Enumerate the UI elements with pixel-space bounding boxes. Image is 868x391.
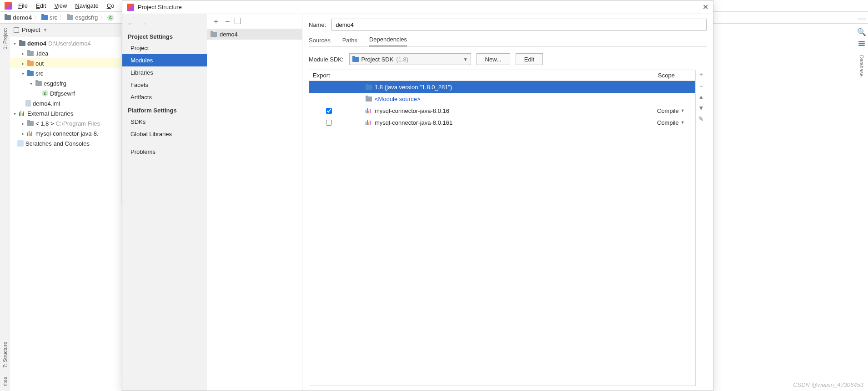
scope-select[interactable]: Compile▼ xyxy=(654,107,695,114)
chevron-right-icon: ▸ xyxy=(20,131,25,136)
database-tool-tab[interactable]: Database xyxy=(859,55,864,76)
export-checkbox[interactable] xyxy=(326,108,332,114)
project-structure-dialog: Project Structure ✕ ← → Project Settings… xyxy=(122,0,713,391)
module-name-input[interactable] xyxy=(331,19,707,30)
module-folder-icon xyxy=(211,32,217,37)
nav-libraries[interactable]: Libraries xyxy=(122,66,207,79)
new-sdk-button[interactable]: New... xyxy=(477,53,510,65)
chevron-down-icon: ▾ xyxy=(28,81,34,86)
name-label: Name: xyxy=(309,21,326,28)
minimize-icon[interactable]: — xyxy=(858,14,866,23)
chevron-right-icon: ▸ xyxy=(20,121,25,126)
folder-icon xyxy=(5,15,11,20)
chevron-right-icon: 〉 xyxy=(59,14,65,22)
tree-scratches[interactable]: Scratches and Consoles xyxy=(10,138,121,148)
project-tool-header[interactable]: Project ▼ xyxy=(10,24,121,36)
menu-view[interactable]: View xyxy=(52,1,69,10)
structure-tool-tab[interactable]: 7: Structure xyxy=(1,337,9,372)
database-icon[interactable] xyxy=(858,41,865,46)
tab-sources[interactable]: Sources xyxy=(309,37,331,46)
dialog-title-bar: Project Structure ✕ xyxy=(122,0,713,14)
library-icon xyxy=(366,108,372,113)
tab-dependencies[interactable]: Dependencies xyxy=(369,36,407,46)
right-tool-strip: — 🔍 Database xyxy=(855,14,868,41)
breadcrumb-project[interactable]: demo4 xyxy=(5,14,32,21)
dep-row-sdk[interactable]: 1.8 (java version "1.8.0_281") xyxy=(309,81,695,93)
export-checkbox[interactable] xyxy=(326,120,332,126)
menu-file[interactable]: FFileile xyxy=(16,1,30,10)
folder-icon xyxy=(366,96,372,102)
tree-iml[interactable]: demo4.iml xyxy=(10,98,121,108)
dep-row-lib1[interactable]: mysql-connector-java-8.0.16 Compile▼ xyxy=(309,105,695,117)
favorites-tool-tab[interactable]: rites xyxy=(1,372,9,391)
close-icon[interactable]: ✕ xyxy=(702,3,708,11)
nav-heading-project-settings: Project Settings xyxy=(122,30,207,42)
back-icon[interactable]: ← xyxy=(128,20,134,27)
dep-row-module-src[interactable]: <Module source> xyxy=(309,93,695,105)
edit-sdk-button[interactable]: Edit xyxy=(516,53,543,65)
nav-problems[interactable]: Problems xyxy=(122,146,207,158)
nav-heading-platform-settings: Platform Settings xyxy=(122,103,207,116)
class-icon: c xyxy=(42,90,48,96)
project-tool-window: Project ▼ ▾ demo4 D:\Users\demo4 ▸ .idea… xyxy=(10,24,121,206)
project-folder-icon xyxy=(19,41,25,46)
nav-project[interactable]: Project xyxy=(122,42,207,54)
tree-root[interactable]: ▾ demo4 D:\Users\demo4 xyxy=(10,38,121,48)
module-list-panel: ＋ − demo4 xyxy=(207,14,302,391)
tree-mysql-lib[interactable]: ▸ mysql-connector-java-8. xyxy=(10,128,121,138)
chevron-right-icon: ▸ xyxy=(20,61,25,66)
nav-artifacts[interactable]: Artifacts xyxy=(122,91,207,103)
tree-ext-libs[interactable]: ▾ External Libraries xyxy=(10,108,121,118)
module-tabs: Sources Paths Dependencies xyxy=(309,35,707,47)
chevron-down-icon: ▼ xyxy=(463,57,468,62)
left-tool-gutter: 1: Project 7: Structure rites xyxy=(0,24,10,391)
menu-code[interactable]: Co xyxy=(105,1,116,10)
module-sdk-select[interactable]: Project SDK (1.8) ▼ xyxy=(349,53,471,65)
scope-select[interactable]: Compile▼ xyxy=(654,119,695,126)
nav-modules[interactable]: Modules xyxy=(122,54,207,66)
library-icon xyxy=(27,131,34,136)
nav-global-libs[interactable]: Global Libraries xyxy=(122,128,207,140)
tree-jdk[interactable]: ▸ < 1.8 > C:\Program Files xyxy=(10,118,121,128)
intellij-logo-icon xyxy=(5,2,12,10)
copy-module-icon[interactable] xyxy=(236,19,241,24)
folder-icon xyxy=(27,121,34,126)
chevron-right-icon: ▸ xyxy=(20,51,25,56)
add-module-icon[interactable]: ＋ xyxy=(212,17,220,26)
table-header: Export Scope xyxy=(309,70,695,81)
class-icon: c xyxy=(107,15,114,21)
menu-navigate[interactable]: Navigate xyxy=(73,1,100,10)
folder-icon xyxy=(67,15,73,20)
breadcrumb-src[interactable]: src xyxy=(41,14,57,21)
project-tool-tab[interactable]: 1: Project xyxy=(1,24,9,54)
remove-module-icon[interactable]: − xyxy=(225,17,230,26)
tree-out[interactable]: ▸ out xyxy=(10,58,121,68)
intellij-logo-icon xyxy=(127,4,134,11)
chevron-right-icon: 〉 xyxy=(34,14,40,22)
menu-edit[interactable]: Edit xyxy=(34,1,48,10)
move-down-icon[interactable]: ▼ xyxy=(698,104,704,112)
nav-facets[interactable]: Facets xyxy=(122,79,207,91)
package-icon xyxy=(35,81,42,86)
search-icon[interactable]: 🔍 xyxy=(857,28,866,36)
edit-dependency-icon[interactable]: ✎ xyxy=(698,115,704,122)
folder-icon xyxy=(27,51,34,56)
tree-idea[interactable]: ▸ .idea xyxy=(10,48,121,58)
dialog-title: Project Structure xyxy=(138,4,182,10)
module-toolbar: ＋ − xyxy=(207,14,302,29)
move-up-icon[interactable]: ▲ xyxy=(698,93,704,101)
forward-icon: → xyxy=(140,20,147,27)
col-scope: Scope xyxy=(654,70,695,81)
breadcrumb-pkg[interactable]: esgdsfrg xyxy=(67,14,98,21)
tree-class[interactable]: c Dtfgsewrf xyxy=(10,88,121,98)
tab-paths[interactable]: Paths xyxy=(342,37,357,46)
nav-sdks[interactable]: SDKs xyxy=(122,116,207,128)
module-row[interactable]: demo4 xyxy=(207,29,302,40)
chevron-down-icon: ▼ xyxy=(43,27,47,32)
dep-row-lib2[interactable]: mysql-connector-java-8.0.161 Compile▼ xyxy=(309,117,695,128)
tree-src[interactable]: ▾ src xyxy=(10,68,121,78)
tree-pkg[interactable]: ▾ esgdsfrg xyxy=(10,78,121,88)
add-dependency-icon[interactable]: ＋ xyxy=(698,71,704,79)
module-sdk-label: Module SDK: xyxy=(309,56,344,63)
remove-dependency-icon[interactable]: − xyxy=(699,82,703,90)
